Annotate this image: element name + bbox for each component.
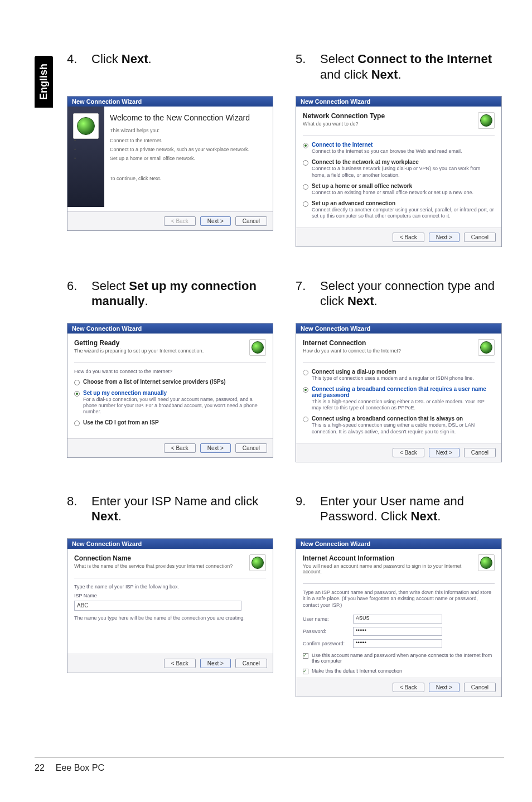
cancel-button[interactable]: Cancel bbox=[464, 448, 496, 457]
radio-label: Connect to the Internet bbox=[312, 142, 462, 148]
wizard-sub: The wizard is preparing to set up your I… bbox=[74, 348, 245, 354]
checkbox-icon bbox=[303, 653, 308, 659]
t: . bbox=[144, 294, 148, 308]
t: Next bbox=[122, 52, 148, 66]
radio-option[interactable]: Set up an advanced connection Connect di… bbox=[303, 200, 495, 220]
step-7-heading: 7. Select your connection type and click… bbox=[296, 278, 502, 313]
wizard-note: The name you type here will be the name … bbox=[74, 615, 266, 621]
step-text: Select Connect to the Internet and click… bbox=[320, 51, 502, 82]
page-content: 4. Click Next. New Connection Wizard Wel… bbox=[67, 51, 507, 728]
t: Next bbox=[371, 67, 398, 81]
page-footer: 22 Eee Box PC bbox=[35, 763, 104, 773]
back-button[interactable]: < Back bbox=[164, 216, 196, 226]
username-input[interactable]: ASUS bbox=[353, 615, 442, 624]
t: Next bbox=[347, 294, 374, 308]
input-value: ABC bbox=[77, 602, 89, 608]
step-text: Select Set up my connection manually. bbox=[91, 278, 273, 309]
radio-option[interactable]: Connect to the network at my workplace C… bbox=[303, 159, 495, 178]
wizard-bullets: Connect to the Internet. Connect to a pr… bbox=[74, 138, 266, 161]
t: and click bbox=[320, 67, 371, 81]
radio-icon bbox=[303, 370, 308, 375]
t: . bbox=[437, 509, 441, 523]
globe-icon bbox=[478, 339, 495, 356]
step-text: Select your connection type and click Ne… bbox=[320, 278, 502, 309]
back-button[interactable]: < Back bbox=[164, 443, 196, 453]
back-button[interactable]: < Back bbox=[393, 448, 424, 457]
radio-label: Choose from a list of Internet service p… bbox=[83, 379, 226, 385]
back-button[interactable]: < Back bbox=[393, 233, 424, 242]
radio-option[interactable]: Set up my connection manually For a dial… bbox=[74, 390, 266, 416]
step-text: Enter your User name and Password. Click… bbox=[320, 494, 502, 524]
radio-option[interactable]: Use the CD I got from an ISP bbox=[74, 419, 266, 426]
t: Select bbox=[320, 52, 357, 66]
radio-icon bbox=[303, 184, 308, 190]
radio-desc: Connect directly to another computer usi… bbox=[312, 207, 495, 220]
back-button[interactable]: < Back bbox=[164, 659, 196, 668]
t: . bbox=[118, 509, 122, 523]
radio-desc: Connect to the Internet so you can brows… bbox=[312, 148, 462, 154]
checkbox-row[interactable]: Use this account name and password when … bbox=[303, 653, 495, 664]
radio-label: Connect using a broadband connection tha… bbox=[312, 386, 495, 398]
confirm-password-input[interactable]: •••••• bbox=[353, 639, 442, 648]
checkbox-label: Use this account name and password when … bbox=[312, 653, 495, 664]
next-button[interactable]: Next > bbox=[200, 659, 231, 668]
isp-name-label: ISP Name bbox=[74, 593, 266, 598]
step-8-heading: 8. Enter your ISP Name and click Next. bbox=[67, 494, 273, 528]
radio-desc: Connect to a business network (using dia… bbox=[312, 166, 495, 178]
isp-name-input[interactable]: ABC bbox=[74, 601, 241, 611]
next-button[interactable]: Next > bbox=[429, 683, 460, 692]
radio-label: Connect using a dial-up modem bbox=[312, 369, 474, 375]
step-9-heading: 9. Enter your User name and Password. Cl… bbox=[296, 494, 502, 528]
radio-desc: For a dial-up connection, you will need … bbox=[83, 397, 266, 416]
radio-icon bbox=[303, 387, 308, 393]
t: . bbox=[148, 52, 151, 66]
t: . bbox=[398, 67, 401, 81]
wizard-heading: Network Connection Type bbox=[303, 112, 473, 120]
radio-option[interactable]: Connect using a broadband connection tha… bbox=[303, 386, 495, 412]
radio-option[interactable]: Connect using a dial-up modem This type … bbox=[303, 369, 495, 381]
page-number: 22 bbox=[35, 763, 45, 773]
radio-option[interactable]: Connect using a broadband connection tha… bbox=[303, 416, 495, 435]
next-button[interactable]: Next > bbox=[200, 443, 231, 453]
radio-icon bbox=[303, 201, 308, 207]
next-button[interactable]: Next > bbox=[200, 216, 231, 226]
step-number: 8. bbox=[67, 494, 79, 509]
next-button[interactable]: Next > bbox=[429, 233, 460, 242]
t: Enter your User name and Password. Click bbox=[320, 494, 464, 524]
checkbox-icon bbox=[303, 669, 308, 674]
radio-option[interactable]: Set up a home or small office network Co… bbox=[303, 183, 495, 196]
t: Enter your ISP Name and click bbox=[91, 494, 258, 508]
back-button[interactable]: < Back bbox=[393, 683, 424, 692]
radio-label: Set up an advanced connection bbox=[312, 200, 495, 206]
step-4-heading: 4. Click Next. bbox=[67, 51, 273, 86]
step-5-heading: 5. Select Connect to the Internet and cl… bbox=[296, 51, 502, 86]
radio-option[interactable]: Connect to the Internet Connect to the I… bbox=[303, 142, 495, 154]
t: . bbox=[374, 294, 378, 308]
cancel-button[interactable]: Cancel bbox=[235, 443, 267, 453]
wizard-lead: Type an ISP account name and password, t… bbox=[303, 590, 495, 609]
cancel-button[interactable]: Cancel bbox=[235, 216, 267, 226]
cancel-button[interactable]: Cancel bbox=[464, 233, 496, 242]
t: Click bbox=[91, 52, 122, 66]
cancel-button[interactable]: Cancel bbox=[464, 683, 496, 692]
wizard-titlebar: New Connection Wizard bbox=[296, 96, 501, 107]
wizard-heading: Getting Ready bbox=[74, 339, 245, 347]
bullet: Set up a home or small office network. bbox=[74, 156, 266, 161]
wizard-question: How do you want to connect to the Intern… bbox=[74, 369, 266, 374]
wizard-titlebar: New Connection Wizard bbox=[67, 96, 273, 107]
radio-label: Set up my connection manually bbox=[83, 390, 266, 396]
next-button[interactable]: Next > bbox=[429, 448, 460, 457]
radio-icon bbox=[74, 391, 80, 397]
bullet: Connect to the Internet. bbox=[74, 138, 266, 143]
wizard-sub: You will need an account name and passwo… bbox=[303, 563, 473, 574]
wizard-titlebar: New Connection Wizard bbox=[296, 323, 501, 334]
globe-icon bbox=[478, 554, 495, 571]
cancel-button[interactable]: Cancel bbox=[235, 659, 267, 668]
password-input[interactable]: •••••• bbox=[353, 627, 442, 636]
step-number: 4. bbox=[67, 51, 79, 67]
bullet: Connect to a private network, such as yo… bbox=[74, 147, 266, 152]
password-label: Password: bbox=[303, 629, 347, 634]
t: Select bbox=[91, 279, 129, 293]
checkbox-row[interactable]: Make this the default Internet connectio… bbox=[303, 668, 495, 674]
radio-option[interactable]: Choose from a list of Internet service p… bbox=[74, 379, 266, 385]
